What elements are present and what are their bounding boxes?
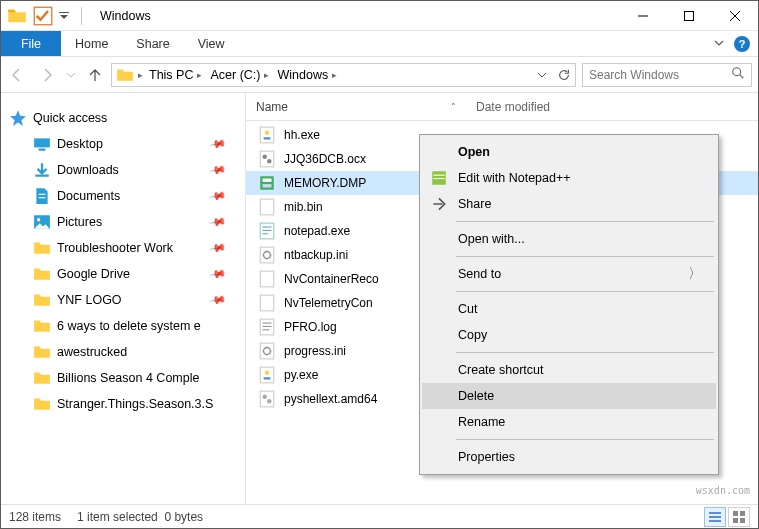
tab-home[interactable]: Home — [61, 31, 122, 56]
file-icon — [258, 366, 276, 384]
sidebar-item-label: Desktop — [57, 137, 103, 151]
context-menu-rename[interactable]: Rename — [422, 409, 716, 435]
svg-rect-48 — [740, 518, 745, 523]
sidebar-item[interactable]: Troubleshooter Work📌 — [1, 235, 245, 261]
maximize-button[interactable] — [666, 1, 712, 30]
sort-indicator-icon: ˄ — [451, 102, 456, 112]
breadcrumb-folder[interactable]: Windows▸ — [273, 64, 341, 86]
help-icon[interactable]: ? — [734, 36, 750, 52]
context-menu-copy[interactable]: Copy — [422, 322, 716, 348]
back-button[interactable] — [3, 61, 31, 89]
context-menu-create-shortcut[interactable]: Create shortcut — [422, 357, 716, 383]
documents-icon — [33, 187, 51, 205]
svg-rect-47 — [733, 518, 738, 523]
folder-icon — [7, 6, 27, 26]
search-icon[interactable] — [731, 66, 745, 83]
sidebar-item-label: Stranger.Things.Season.3.S — [57, 397, 213, 411]
forward-button[interactable] — [33, 61, 61, 89]
sidebar-item[interactable]: Desktop📌 — [1, 131, 245, 157]
svg-point-4 — [733, 68, 741, 76]
svg-rect-15 — [260, 151, 274, 167]
chevron-right-icon[interactable]: ▸ — [197, 70, 202, 80]
context-menu-open-with[interactable]: Open with... — [422, 226, 716, 252]
file-name: py.exe — [284, 368, 318, 382]
status-item-count: 128 items — [9, 510, 61, 524]
status-bar: 128 items 1 item selected 0 bytes — [1, 504, 758, 528]
address-dropdown-icon[interactable] — [531, 70, 553, 80]
file-name: JJQ36DCB.ocx — [284, 152, 366, 166]
context-menu: Open Edit with Notepad++ Share Open with… — [419, 134, 719, 475]
sidebar-item-label: awestrucked — [57, 345, 127, 359]
details-view-button[interactable] — [704, 507, 726, 527]
sidebar-item[interactable]: Pictures📌 — [1, 209, 245, 235]
svg-rect-51 — [433, 178, 444, 179]
context-menu-properties[interactable]: Properties — [422, 444, 716, 470]
folder-icon — [33, 343, 51, 361]
recent-dropdown-icon[interactable] — [63, 61, 79, 89]
context-menu-open[interactable]: Open — [422, 139, 716, 165]
notepadpp-icon — [430, 169, 448, 187]
share-icon — [430, 195, 448, 213]
svg-rect-21 — [260, 199, 274, 215]
ribbon-expand-icon[interactable] — [714, 37, 724, 51]
file-icon — [258, 390, 276, 408]
tab-share[interactable]: Share — [122, 31, 183, 56]
sidebar-item[interactable]: Documents📌 — [1, 183, 245, 209]
search-input[interactable]: Search Windows — [582, 63, 752, 87]
file-name: hh.exe — [284, 128, 320, 142]
svg-rect-45 — [733, 511, 738, 516]
file-icon — [258, 318, 276, 336]
thumbnails-view-button[interactable] — [728, 507, 750, 527]
file-icon — [258, 294, 276, 312]
svg-rect-9 — [39, 197, 46, 198]
chevron-right-icon[interactable]: ▸ — [138, 70, 143, 80]
file-tab[interactable]: File — [1, 31, 61, 56]
context-menu-send-to[interactable]: Send to〉 — [422, 261, 716, 287]
file-icon — [258, 126, 276, 144]
minimize-button[interactable] — [620, 1, 666, 30]
up-button[interactable] — [81, 61, 109, 89]
breadcrumb-drive[interactable]: Acer (C:)▸ — [206, 64, 273, 86]
tab-view[interactable]: View — [184, 31, 239, 56]
context-menu-edit-notepadpp[interactable]: Edit with Notepad++ — [422, 165, 716, 191]
context-menu-share[interactable]: Share — [422, 191, 716, 217]
sidebar-item[interactable]: Downloads📌 — [1, 157, 245, 183]
column-header-name[interactable]: Name ˄ — [246, 93, 466, 120]
context-menu-delete[interactable]: Delete — [422, 383, 716, 409]
breadcrumb-this-pc[interactable]: This PC▸ — [145, 64, 206, 86]
refresh-icon[interactable] — [553, 68, 575, 82]
properties-checkbox-icon[interactable] — [33, 6, 53, 26]
qat-dropdown-icon[interactable] — [59, 6, 69, 26]
sidebar-item-label: YNF LOGO — [57, 293, 122, 307]
pin-icon: 📌 — [209, 213, 228, 232]
sidebar-item[interactable]: Stranger.Things.Season.3.S — [1, 391, 245, 417]
titlebar: Windows — [1, 1, 758, 31]
sidebar-item[interactable]: YNF LOGO📌 — [1, 287, 245, 313]
svg-point-41 — [267, 399, 272, 404]
ribbon-tabs: File Home Share View ? — [1, 31, 758, 57]
svg-rect-44 — [709, 520, 721, 522]
address-bar[interactable]: ▸ This PC▸ Acer (C:)▸ Windows▸ — [111, 63, 576, 87]
folder-icon — [33, 291, 51, 309]
sidebar-item-label: 6 ways to delete system e — [57, 319, 201, 333]
svg-rect-34 — [260, 343, 274, 359]
column-header-date[interactable]: Date modified — [466, 93, 758, 120]
close-button[interactable] — [712, 1, 758, 30]
context-menu-cut[interactable]: Cut — [422, 296, 716, 322]
pin-icon: 📌 — [209, 187, 228, 206]
svg-point-16 — [263, 155, 268, 160]
chevron-right-icon[interactable]: ▸ — [264, 70, 269, 80]
svg-rect-31 — [263, 323, 272, 324]
folder-icon — [33, 239, 51, 257]
navigation-pane[interactable]: Quick access Desktop📌Downloads📌Documents… — [1, 93, 246, 504]
quick-access-header[interactable]: Quick access — [1, 105, 245, 131]
sidebar-item[interactable]: Billions Season 4 Comple — [1, 365, 245, 391]
chevron-right-icon[interactable]: ▸ — [332, 70, 337, 80]
svg-rect-32 — [263, 326, 272, 327]
pictures-icon — [33, 213, 51, 231]
sidebar-item[interactable]: Google Drive📌 — [1, 261, 245, 287]
file-name: notepad.exe — [284, 224, 350, 238]
sidebar-item[interactable]: 6 ways to delete system e — [1, 313, 245, 339]
sidebar-item[interactable]: awestrucked — [1, 339, 245, 365]
folder-icon — [33, 395, 51, 413]
